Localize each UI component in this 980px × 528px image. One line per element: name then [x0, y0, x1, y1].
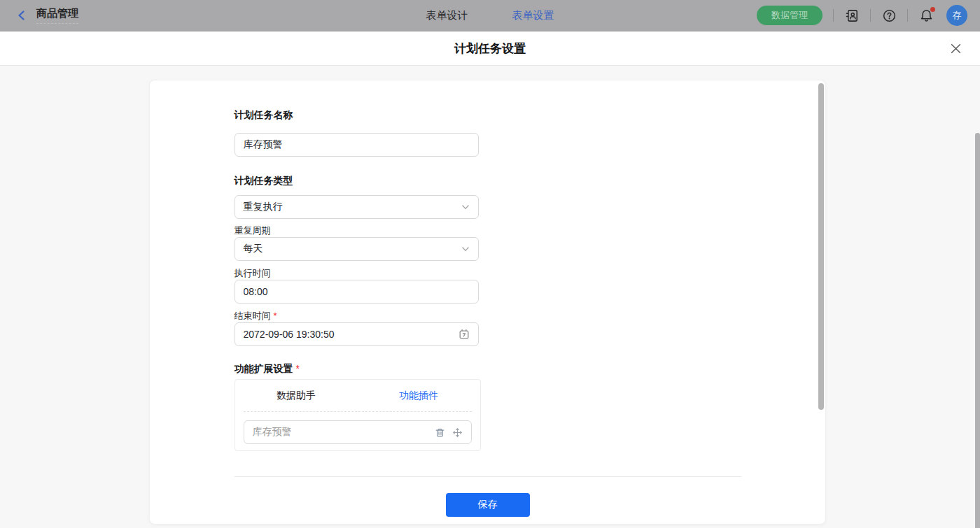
- divider: [833, 9, 834, 22]
- end-time-value: 2072-09-06 19:30:50: [244, 329, 335, 340]
- exec-time-input[interactable]: [234, 280, 479, 304]
- tab-function-plugin[interactable]: 功能插件: [358, 380, 480, 411]
- footer-divider: [234, 476, 741, 477]
- repeat-cycle-value: 每天: [244, 243, 263, 255]
- back-group[interactable]: 商品管理: [0, 7, 78, 24]
- modal-header: 计划任务设置: [0, 31, 980, 66]
- data-manage-button[interactable]: 数据管理: [757, 6, 822, 25]
- exec-time-label: 执行时间: [234, 267, 741, 280]
- required-asterisk: *: [274, 311, 277, 321]
- app-title[interactable]: 商品管理: [36, 7, 78, 24]
- calendar-icon: [458, 329, 470, 340]
- card-scrollbar-thumb[interactable]: [818, 83, 824, 410]
- tab-data-assistant[interactable]: 数据助手: [235, 380, 358, 411]
- plugin-item[interactable]: 库存预警: [244, 420, 472, 444]
- task-name-input[interactable]: [234, 133, 479, 157]
- chevron-down-icon: [461, 203, 470, 211]
- avatar[interactable]: 存: [946, 5, 967, 26]
- task-type-value: 重复执行: [244, 201, 283, 213]
- extension-panel: 数据助手 功能插件 库存预警: [234, 379, 481, 451]
- topbar-actions: 数据管理 存: [757, 5, 980, 26]
- tab-form-design[interactable]: 表单设计: [426, 9, 468, 22]
- delete-icon[interactable]: [434, 426, 447, 438]
- end-time-picker[interactable]: 2072-09-06 19:30:50: [234, 322, 479, 346]
- plugin-item-value: 库存预警: [253, 426, 429, 438]
- divider: [870, 9, 871, 22]
- contacts-icon[interactable]: [844, 8, 860, 23]
- required-asterisk: *: [296, 363, 300, 374]
- task-settings-form: 计划任务名称 计划任务类型 重复执行 重复周期 每天 执行时间 结束时间* 20…: [234, 80, 741, 517]
- window-scrollbar-track[interactable]: [975, 133, 980, 528]
- settings-card: 计划任务名称 计划任务类型 重复执行 重复周期 每天 执行时间 结束时间* 20…: [149, 80, 826, 525]
- extension-label: 功能扩展设置*: [234, 362, 741, 376]
- task-type-select[interactable]: 重复执行: [234, 195, 479, 219]
- tab-form-settings[interactable]: 表单设置: [512, 9, 554, 22]
- modal-title: 计划任务设置: [454, 41, 526, 57]
- notification-dot: [930, 7, 935, 12]
- task-type-label: 计划任务类型: [234, 173, 741, 187]
- top-bar: 商品管理 表单设计 表单设置 数据管理: [0, 0, 980, 31]
- save-button[interactable]: 保存: [446, 493, 530, 517]
- chevron-down-icon: [461, 245, 470, 253]
- move-handle-icon[interactable]: [451, 426, 464, 438]
- help-icon[interactable]: [881, 8, 897, 23]
- close-icon[interactable]: [949, 42, 962, 55]
- end-time-label: 结束时间*: [234, 310, 741, 322]
- window-scrollbar-thumb[interactable]: [975, 133, 980, 528]
- notification-bell-icon[interactable]: [918, 8, 934, 23]
- repeat-cycle-label: 重复周期: [234, 224, 741, 237]
- repeat-cycle-select[interactable]: 每天: [234, 237, 479, 261]
- extension-tabs: 数据助手 功能插件: [235, 380, 480, 411]
- dashed-divider: [244, 411, 472, 412]
- task-name-label: 计划任务名称: [234, 108, 741, 122]
- divider: [907, 9, 908, 22]
- back-chevron-icon[interactable]: [14, 8, 29, 23]
- modal-body: 计划任务名称 计划任务类型 重复执行 重复周期 每天 执行时间 结束时间* 20…: [0, 66, 980, 528]
